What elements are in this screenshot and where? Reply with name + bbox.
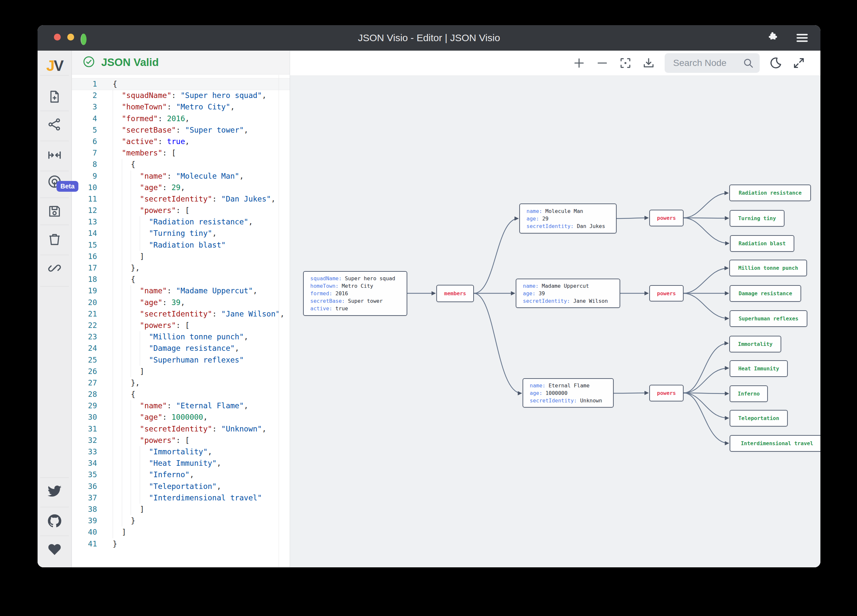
- code-line[interactable]: 29"name": "Eternal Flame",: [72, 400, 290, 412]
- extension-puzzle-icon[interactable]: [766, 32, 779, 44]
- graph-node-leaf[interactable]: Turning tiny: [730, 210, 784, 227]
- code-line[interactable]: 2"squadName": "Super hero squad",: [72, 90, 290, 101]
- code-line[interactable]: 24"Damage resistance",: [72, 343, 290, 354]
- graph-node-member[interactable]: name: Madame Uppercutage: 39secretIdenti…: [516, 279, 620, 308]
- code-line[interactable]: 17},: [72, 262, 290, 274]
- new-document-icon[interactable]: [47, 90, 62, 105]
- fullscreen-expand-icon[interactable]: [792, 56, 806, 70]
- graph-viewport[interactable]: squadName: Super hero squadhomeTown: Met…: [290, 51, 820, 567]
- code-line[interactable]: 20"age": 39,: [72, 297, 290, 308]
- code-line[interactable]: 1{: [72, 78, 290, 90]
- graph-node-powers[interactable]: powers: [649, 385, 684, 401]
- graph-node-member[interactable]: name: Eternal Flameage: 1000000secretIde…: [523, 378, 614, 408]
- search-node-input[interactable]: [673, 58, 743, 68]
- code-line[interactable]: 16]: [72, 251, 290, 262]
- search-node-box[interactable]: [665, 53, 760, 73]
- code-line[interactable]: 19"name": "Madame Uppercut",: [72, 285, 290, 297]
- code-line[interactable]: 34"Heat Immunity",: [72, 458, 290, 469]
- code-text: {: [113, 274, 135, 285]
- code-text: "secretBase": "Super tower",: [113, 124, 248, 136]
- code-line[interactable]: 41}: [72, 538, 290, 550]
- code-text: "Heat Immunity",: [113, 458, 221, 469]
- share-graph-icon[interactable]: [47, 117, 62, 133]
- code-line[interactable]: 23"Million tonne punch",: [72, 331, 290, 343]
- graph-node-leaf[interactable]: Teleportation: [730, 410, 788, 427]
- line-number: 5: [72, 124, 97, 136]
- graph-node-members[interactable]: members: [436, 285, 474, 302]
- code-line[interactable]: 15"Radiation blast": [72, 240, 290, 251]
- code-text: "Immortality",: [113, 446, 212, 458]
- graph-node-leaf[interactable]: Superhuman reflexes: [730, 310, 807, 327]
- graph-node-leaf[interactable]: Radiation resistance: [729, 184, 811, 201]
- line-number: 17: [72, 262, 97, 274]
- code-line[interactable]: 7"members": [: [72, 147, 290, 159]
- code-line[interactable]: 37"Interdimensional travel": [72, 492, 290, 504]
- code-text: "Damage resistance",: [113, 343, 240, 354]
- graph-node-powers[interactable]: powers: [649, 285, 684, 302]
- save-icon[interactable]: [47, 204, 62, 220]
- code-line[interactable]: 39}: [72, 515, 290, 526]
- code-line[interactable]: 36"Teleportation",: [72, 481, 290, 492]
- code-line[interactable]: 11"secretIdentity": "Dan Jukes",: [72, 193, 290, 205]
- code-line[interactable]: 40]: [72, 526, 290, 538]
- code-line[interactable]: 13"Radiation resistance",: [72, 216, 290, 228]
- code-text: "Interdimensional travel": [113, 492, 262, 504]
- code-line[interactable]: 18{: [72, 274, 290, 285]
- line-number: 31: [72, 423, 97, 435]
- code-line[interactable]: 9"name": "Molecule Man",: [72, 170, 290, 182]
- code-line[interactable]: 33"Immortality",: [72, 446, 290, 458]
- code-line[interactable]: 31"secretIdentity": "Unknown",: [72, 423, 290, 435]
- graph-node-member[interactable]: name: Molecule Manage: 29secretIdentity:…: [519, 203, 617, 234]
- line-number: 26: [72, 366, 97, 377]
- dark-mode-toggle-icon[interactable]: [769, 56, 783, 70]
- code-editor[interactable]: 1{2"squadName": "Super hero squad",3"hom…: [72, 74, 290, 550]
- github-icon[interactable]: [47, 514, 62, 530]
- code-line[interactable]: 6"active": true,: [72, 136, 290, 147]
- zoom-out-button[interactable]: [595, 56, 609, 70]
- graph-node-leaf[interactable]: Million tonne punch: [729, 260, 807, 276]
- code-line[interactable]: 21"secretIdentity": "Jane Wilson",: [72, 308, 290, 320]
- graph-node-leaf[interactable]: Immortality: [729, 336, 781, 353]
- code-line[interactable]: 25"Superhuman reflexes": [72, 354, 290, 366]
- graph-node-leaf[interactable]: Inferno: [730, 385, 768, 402]
- code-text: "age": 39,: [113, 297, 185, 308]
- code-line[interactable]: 14"Turning tiny",: [72, 228, 290, 239]
- code-line[interactable]: 4"formed": 2016,: [72, 113, 290, 124]
- app-logo[interactable]: JV: [46, 57, 63, 74]
- code-line[interactable]: 28{: [72, 388, 290, 400]
- code-text: "formed": 2016,: [113, 113, 189, 124]
- twitter-icon[interactable]: [47, 485, 62, 499]
- code-line[interactable]: 27},: [72, 377, 290, 388]
- graph-node-root[interactable]: squadName: Super hero squadhomeTown: Met…: [303, 271, 407, 316]
- line-number: 39: [72, 515, 97, 526]
- graph-node-leaf[interactable]: Heat Immunity: [730, 360, 788, 377]
- menu-hamburger-icon[interactable]: [796, 33, 809, 43]
- code-line[interactable]: 30"age": 1000000,: [72, 412, 290, 423]
- zoom-in-button[interactable]: [572, 56, 586, 70]
- app-window: JSON Visio - Editor | JSON Visio JV: [37, 25, 820, 567]
- line-number: 32: [72, 435, 97, 446]
- code-line[interactable]: 12"powers": [: [72, 205, 290, 216]
- fold-collapse-icon[interactable]: [47, 148, 62, 164]
- code-line[interactable]: 5"secretBase": "Super tower",: [72, 124, 290, 136]
- graph-node-leaf[interactable]: Damage resistance: [730, 285, 801, 302]
- graph-node-leaf[interactable]: Radiation blast: [730, 235, 794, 252]
- graph-canvas-pane[interactable]: squadName: Super hero squadhomeTown: Met…: [290, 51, 820, 567]
- code-line[interactable]: 35"Inferno",: [72, 469, 290, 480]
- code-line[interactable]: 38]: [72, 504, 290, 515]
- code-line[interactable]: 26]: [72, 366, 290, 377]
- code-line[interactable]: 8{: [72, 159, 290, 170]
- sponsor-heart-icon[interactable]: [47, 542, 62, 557]
- editor-scrollbar[interactable]: [278, 75, 279, 567]
- share-link-icon[interactable]: [47, 261, 62, 277]
- center-view-button[interactable]: [618, 56, 633, 70]
- download-image-button[interactable]: [642, 56, 656, 70]
- delete-trash-icon[interactable]: [47, 232, 62, 248]
- graph-node-powers[interactable]: powers: [649, 210, 684, 226]
- code-line[interactable]: 32"powers": [: [72, 435, 290, 446]
- code-line[interactable]: 10"age": 29,: [72, 182, 290, 193]
- code-line[interactable]: 3"homeTown": "Metro City",: [72, 101, 290, 113]
- code-line[interactable]: 22"powers": [: [72, 320, 290, 331]
- graph-node-leaf[interactable]: Interdimensional travel: [730, 435, 820, 452]
- code-text: "age": 29,: [113, 182, 185, 193]
